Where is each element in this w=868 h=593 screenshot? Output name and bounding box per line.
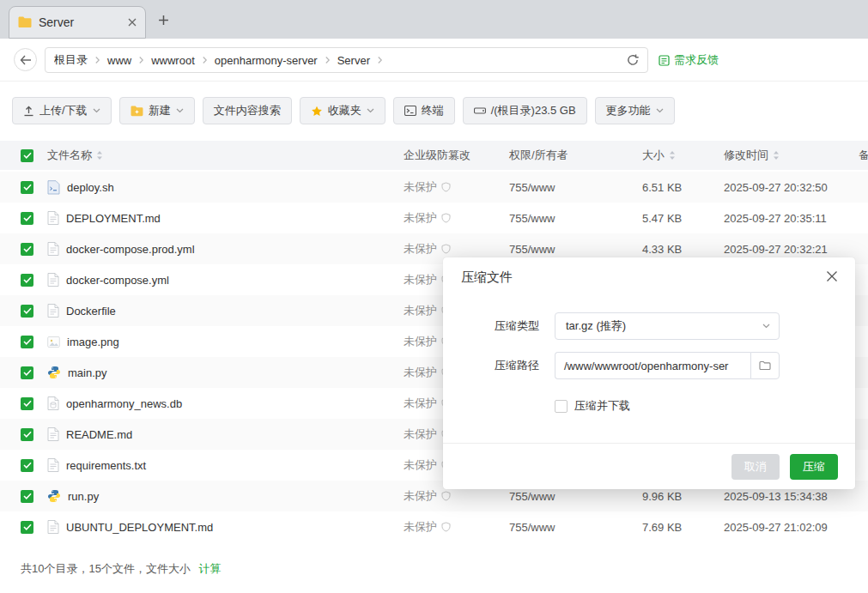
compress-and-download-checkbox[interactable] [555,400,568,413]
protect-toggle-icon[interactable] [441,491,451,501]
toolbar-button-new[interactable]: 新建 [119,97,195,124]
folder-outline-icon [759,360,771,371]
file-name-cell[interactable]: openharmony_news.db [40,396,397,410]
row-checkbox[interactable] [21,181,33,194]
row-checkbox-cell [0,366,40,379]
breadcrumb-item[interactable]: wwwroot [151,54,195,67]
file-name-cell[interactable]: main.py [40,366,397,379]
refresh-icon[interactable] [627,54,639,66]
toolbar-button-content-search[interactable]: 文件内容搜索 [203,97,292,124]
star-icon [311,106,323,117]
row-checkbox-cell [0,397,40,410]
file-name-cell[interactable]: requirements.txt [40,458,397,472]
permission-owner-cell: 755/www [502,243,635,256]
column-header-label: 大小 [642,148,665,163]
file-name-cell[interactable]: deploy.sh [40,180,397,195]
file-size-cell: 4.33 KB [635,243,717,256]
dialog-title: 压缩文件 [461,269,513,286]
back-button[interactable] [14,48,37,71]
compress-path-input[interactable]: /www/wwwroot/openharmony-ser [555,352,750,379]
table-row[interactable]: DEPLOYMENT.md未保护755/www5.47 KB2025-09-27… [0,203,868,233]
row-checkbox[interactable] [21,521,33,534]
permission-owner-cell: 755/www [502,490,635,503]
compress-button[interactable]: 压缩 [790,454,838,480]
file-name-cell[interactable]: image.png [40,336,397,348]
text-file-icon [47,304,59,318]
file-name-cell[interactable]: docker-compose.prod.yml [40,242,397,256]
tamper-protect-cell: 未保护 [397,488,502,504]
column-header: 大小 [635,148,717,163]
close-icon[interactable] [128,18,137,27]
row-checkbox[interactable] [21,212,33,225]
row-checkbox[interactable] [21,274,33,287]
toolbar-button-more[interactable]: 更多功能 [595,97,675,124]
breadcrumb-item[interactable]: Server [337,54,370,67]
file-size-cell: 9.96 KB [635,490,717,503]
breadcrumb-item[interactable]: openharmony-server [215,54,318,67]
modified-time-cell: 2025-09-27 20:32:50 [717,181,852,194]
row-checkbox[interactable] [21,305,33,318]
select-all-checkbox[interactable] [21,149,33,162]
compress-and-download-option[interactable]: 压缩并下载 [555,398,630,414]
file-name-cell[interactable]: README.md [40,427,397,441]
compress-type-select[interactable]: tar.gz (推荐) [555,312,780,340]
table-row[interactable]: deploy.sh未保护755/www6.51 KB2025-09-27 20:… [0,172,868,203]
python-file-icon [47,366,61,379]
toolbar-button-label: 上传/下载 [39,103,88,118]
row-checkbox[interactable] [21,459,33,472]
file-name: image.png [67,336,119,348]
column-header-label: 权限/所有者 [509,148,568,163]
table-row[interactable]: UBUNTU_DEPLOYMENT.md未保护755/www7.69 KB202… [0,511,868,542]
sort-icon[interactable] [773,150,780,160]
upload-icon [23,106,34,117]
breadcrumb-item[interactable]: www [107,54,131,67]
compress-path-label: 压缩路径 [453,352,539,379]
toolbar-button-favorites[interactable]: 收藏夹 [300,97,385,124]
file-name-cell[interactable]: UBUNTU_DEPLOYMENT.md [40,520,397,534]
file-size-cell: 6.51 KB [635,181,717,194]
column-header-label: 备注 [859,148,868,163]
new-tab-button[interactable] [153,9,173,30]
caret-down-icon [176,108,184,113]
toolbar-button-terminal[interactable]: 终端 [393,97,455,124]
shell-file-icon [47,180,60,195]
permission-owner-cell: 755/www [502,521,635,534]
sort-icon[interactable] [96,150,103,160]
file-name: README.md [66,428,132,441]
row-checkbox[interactable] [21,397,33,410]
row-checkbox-cell [0,243,40,256]
row-checkbox[interactable] [21,243,33,256]
row-checkbox-cell [0,428,40,441]
row-checkbox[interactable] [21,490,33,503]
row-checkbox[interactable] [21,336,33,348]
cancel-button[interactable]: 取消 [731,454,780,480]
browse-folder-button[interactable] [750,352,780,379]
calculate-size-link[interactable]: 计算 [199,562,222,575]
file-name-cell[interactable]: docker-compose.yml [40,273,397,287]
file-size-cell: 7.69 KB [635,521,717,534]
file-name-cell[interactable]: run.py [40,489,397,503]
protect-toggle-icon[interactable] [441,244,451,254]
toolbar-button-upload-download[interactable]: 上传/下载 [12,97,112,124]
row-checkbox-cell [0,181,40,194]
dialog-close-button[interactable] [824,269,840,284]
sort-icon[interactable] [669,150,676,160]
compress-type-value: tar.gz (推荐) [566,318,626,334]
row-checkbox[interactable] [21,366,33,379]
protect-toggle-icon[interactable] [441,522,451,532]
status-bar: 共10个目录，15个文件，文件大小 计算 [21,561,222,577]
row-checkbox[interactable] [21,428,33,441]
feedback-link[interactable]: 需求反馈 [659,47,719,73]
protect-toggle-icon[interactable] [441,182,451,192]
tab-server[interactable]: Server [9,6,146,39]
table-header: 文件名称企业级防篡改权限/所有者大小修改时间备注 [0,141,868,170]
folder-new-icon [131,106,143,117]
file-name-cell[interactable]: DEPLOYMENT.md [40,211,397,225]
chevron-down-icon [762,324,770,329]
file-name-cell[interactable]: Dockerfile [40,304,397,318]
dialog-footer: 取消 压缩 [443,443,855,489]
protect-toggle-icon[interactable] [441,213,451,223]
caret-down-icon [367,108,374,113]
toolbar-button-disk-usage[interactable]: /(根目录)23.5 GB [463,97,587,124]
breadcrumb-item[interactable]: 根目录 [54,52,88,68]
